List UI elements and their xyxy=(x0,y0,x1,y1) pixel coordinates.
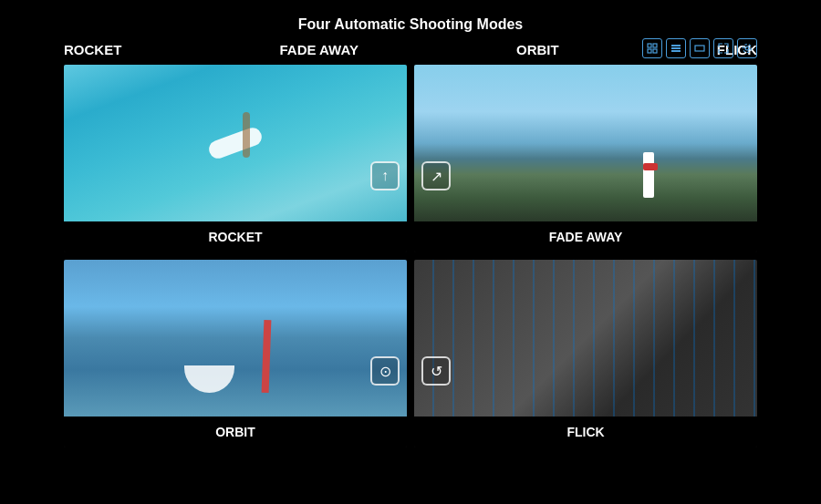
label-rocket: ROCKET xyxy=(64,42,121,57)
toolbar-icon-expand[interactable] xyxy=(713,38,733,58)
flick-label: FLICK xyxy=(414,417,757,447)
grid-item-rocket: ↑ ROCKET xyxy=(64,65,407,252)
page-container: Four Automatic Shooting Modes ROCKET FAD… xyxy=(0,0,821,447)
toolbar-icon-grid[interactable] xyxy=(642,38,662,58)
mode-labels-row: ROCKET FADE AWAY ORBIT FLICK xyxy=(0,42,821,65)
orbit-image: ⊙ xyxy=(64,260,407,417)
svg-rect-5 xyxy=(671,47,681,49)
svg-rect-2 xyxy=(648,49,651,53)
svg-rect-4 xyxy=(671,45,681,46)
svg-point-9 xyxy=(743,45,752,53)
fadeaway-image: ↗ xyxy=(414,65,757,221)
label-fadeaway: FADE AWAY xyxy=(279,42,358,57)
grid-item-flick: ↺ FLICK xyxy=(414,260,757,447)
orbit-label: ORBIT xyxy=(64,417,407,447)
rocket-mode-icon: ↑ xyxy=(370,161,400,190)
label-orbit: ORBIT xyxy=(516,42,559,57)
flick-mode-icon: ↺ xyxy=(421,356,451,386)
toolbar-icon-settings[interactable] xyxy=(737,38,757,58)
rocket-label: ROCKET xyxy=(64,221,407,252)
modes-grid: ↑ ROCKET ↗ FADE AWAY ⊙ ORBIT ↺ FLICK xyxy=(0,65,821,447)
orbit-mode-icon: ⊙ xyxy=(370,356,400,386)
toolbar-icons xyxy=(642,38,757,58)
svg-rect-7 xyxy=(695,46,704,51)
toolbar-icon-list[interactable] xyxy=(666,38,686,58)
flick-image: ↺ xyxy=(414,260,757,417)
svg-point-8 xyxy=(745,46,749,50)
svg-rect-1 xyxy=(653,44,657,47)
fadeaway-label: FADE AWAY xyxy=(414,221,757,252)
grid-item-orbit: ⊙ ORBIT xyxy=(64,260,407,447)
svg-rect-6 xyxy=(671,50,681,52)
toolbar-icon-rectangle[interactable] xyxy=(690,38,710,58)
fadeaway-mode-icon: ↗ xyxy=(421,161,451,190)
svg-rect-3 xyxy=(653,49,657,53)
grid-item-fadeaway: ↗ FADE AWAY xyxy=(414,65,757,252)
page-title: Four Automatic Shooting Modes xyxy=(0,0,821,42)
svg-rect-0 xyxy=(648,44,651,47)
rocket-image: ↑ xyxy=(64,65,407,221)
